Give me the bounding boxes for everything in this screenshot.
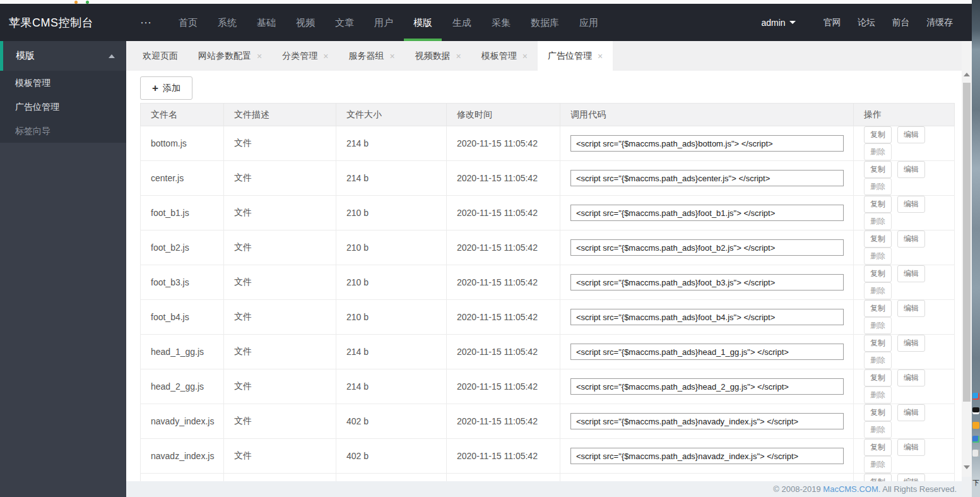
nav-item[interactable]: 首页 [169, 4, 207, 41]
delete-button[interactable]: 删除 [864, 352, 892, 369]
delete-button[interactable]: 删除 [864, 456, 892, 473]
tab[interactable]: 广告位管理 × [538, 41, 613, 71]
code-input[interactable] [570, 309, 844, 325]
add-button[interactable]: + 添加 [140, 76, 192, 100]
edit-button[interactable]: 编辑 [897, 265, 925, 282]
add-button-label: 添加 [163, 83, 180, 94]
delete-button[interactable]: 删除 [864, 317, 892, 334]
copy-button[interactable]: 复制 [864, 439, 892, 456]
copy-button[interactable]: 复制 [864, 369, 892, 386]
edit-button[interactable]: 编辑 [897, 335, 925, 352]
delete-button[interactable]: 删除 [864, 178, 892, 195]
nav-item[interactable]: 模版 [404, 4, 442, 41]
delete-button[interactable]: 删除 [864, 248, 892, 265]
sidebar-item[interactable]: 模板管理 [0, 71, 126, 95]
nav-item[interactable]: 数据库 [521, 4, 569, 41]
tab[interactable]: 视频数据 × [405, 41, 471, 71]
scroll-down-icon[interactable] [964, 465, 970, 469]
copy-button[interactable]: 复制 [864, 161, 892, 178]
copy-button[interactable]: 复制 [864, 196, 892, 213]
maccms-link[interactable]: MacCMS.COM. [823, 484, 880, 494]
code-input[interactable] [570, 170, 844, 186]
desktop-app-icon[interactable] [972, 393, 979, 400]
tab[interactable]: 服务器组 × [338, 41, 404, 71]
close-icon[interactable]: × [456, 51, 461, 61]
sidebar-menu: 模板管理 广告位管理 标签向导 [0, 71, 126, 143]
nav-item[interactable]: 采集 [482, 4, 520, 41]
close-icon[interactable]: × [598, 51, 603, 61]
user-menu[interactable]: admin [762, 18, 796, 28]
scrollbar-thumb[interactable] [963, 83, 971, 402]
code-input[interactable] [570, 274, 844, 290]
tab[interactable]: 分类管理 × [272, 41, 338, 71]
user-name: admin [762, 18, 786, 28]
edit-button[interactable]: 编辑 [897, 300, 925, 317]
file-desc-cell: 文件 [224, 265, 336, 300]
nav-item[interactable]: 系统 [208, 4, 246, 41]
delete-button[interactable]: 删除 [864, 282, 892, 299]
column-header: 文件名 [141, 104, 224, 126]
tab-label: 模板管理 [481, 51, 517, 62]
delete-button[interactable]: 删除 [864, 386, 892, 404]
nav-item[interactable]: 文章 [326, 4, 363, 41]
nav-item[interactable]: 用户 [365, 4, 403, 41]
copy-button[interactable]: 复制 [864, 474, 892, 481]
delete-button[interactable]: 删除 [864, 421, 892, 438]
sidebar-group-template[interactable]: 模版 [0, 41, 126, 71]
edit-button[interactable]: 编辑 [897, 369, 925, 386]
delete-button[interactable]: 删除 [864, 213, 892, 230]
file-mtime-cell: 2020-11-15 11:05:42 [447, 335, 560, 369]
table-row: head_1_gg.js 文件 214 b 2020-11-15 11:05:4… [141, 335, 955, 369]
desktop-app-icon[interactable] [972, 450, 979, 457]
edit-button[interactable]: 编辑 [897, 474, 925, 481]
edit-button[interactable]: 编辑 [897, 161, 925, 178]
code-input[interactable] [570, 378, 844, 395]
tab[interactable]: 模板管理 × [471, 41, 538, 71]
nav-link[interactable]: 前台 [892, 17, 910, 28]
delete-button[interactable]: 删除 [864, 143, 892, 160]
code-input[interactable] [570, 239, 844, 256]
copy-button[interactable]: 复制 [864, 126, 892, 143]
edit-button[interactable]: 编辑 [897, 404, 925, 421]
code-input[interactable] [570, 448, 844, 464]
edit-button[interactable]: 编辑 [897, 196, 925, 213]
close-icon[interactable]: × [389, 51, 394, 61]
vertical-scrollbar[interactable] [962, 41, 972, 481]
file-size-cell: 210 b [336, 265, 447, 300]
edit-button[interactable]: 编辑 [897, 126, 925, 143]
qq-icon[interactable] [972, 407, 979, 414]
nav-item[interactable]: 应用 [570, 4, 608, 41]
sidebar-item[interactable]: 标签向导 [0, 119, 126, 143]
tab[interactable]: 欢迎页面 × [133, 41, 188, 71]
actions-cell: 复制 编辑 删除 [854, 404, 955, 439]
desktop-app-icon[interactable] [972, 436, 979, 443]
copy-button[interactable]: 复制 [864, 300, 892, 317]
close-icon[interactable]: × [257, 51, 262, 61]
desktop-app-icon[interactable] [972, 422, 979, 429]
sidebar-item[interactable]: 广告位管理 [0, 95, 126, 119]
nav-link[interactable]: 官网 [824, 17, 841, 28]
table-row: navadz_index.js 文件 402 b 2020-11-15 11:0… [141, 439, 955, 474]
rights-text: All Rights Reserved. [880, 484, 957, 494]
nav-link[interactable]: 清缓存 [926, 17, 953, 28]
copy-button[interactable]: 复制 [864, 404, 892, 421]
nav-item[interactable]: 基础 [247, 4, 285, 41]
code-input[interactable] [570, 344, 844, 360]
table-row: sj_foot.js 文件 283 b 2020-11-15 11:05:42 … [141, 474, 955, 482]
scroll-up-icon[interactable] [964, 73, 970, 76]
nav-item[interactable]: 生成 [443, 4, 481, 41]
code-input[interactable] [570, 413, 844, 429]
nav-link[interactable]: 论坛 [858, 17, 875, 28]
close-icon[interactable]: × [522, 51, 528, 61]
close-icon[interactable]: × [323, 51, 328, 61]
copy-button[interactable]: 复制 [864, 335, 892, 352]
tab[interactable]: 网站参数配置 × [188, 41, 272, 71]
edit-button[interactable]: 编辑 [897, 231, 925, 248]
edit-button[interactable]: 编辑 [897, 439, 925, 456]
nav-item[interactable]: 视频 [286, 4, 324, 41]
nav-collapse-icon[interactable]: ⋯ [140, 16, 152, 30]
copy-button[interactable]: 复制 [864, 265, 892, 282]
code-input[interactable] [570, 135, 844, 152]
copy-button[interactable]: 复制 [864, 231, 892, 248]
code-input[interactable] [570, 205, 844, 221]
